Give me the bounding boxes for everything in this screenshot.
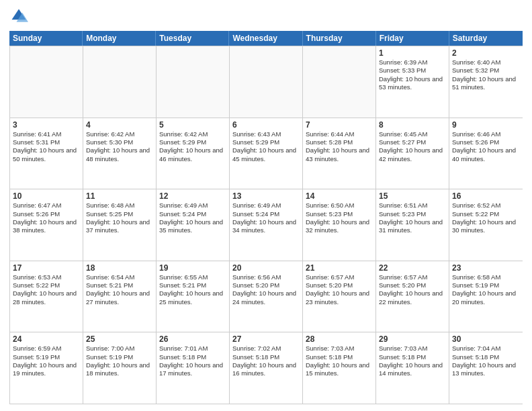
logo xyxy=(9,7,31,26)
day-number: 23 xyxy=(452,263,520,273)
day-number: 3 xyxy=(13,120,80,130)
calendar-cell: 23Sunrise: 6:58 AMSunset: 5:19 PMDayligh… xyxy=(449,261,523,332)
calendar-cell: 2Sunrise: 6:40 AMSunset: 5:32 PMDaylight… xyxy=(449,46,523,118)
calendar-cell: 6Sunrise: 6:43 AMSunset: 5:29 PMDaylight… xyxy=(230,118,303,189)
calendar-week: 3Sunrise: 6:41 AMSunset: 5:31 PMDaylight… xyxy=(10,118,523,189)
calendar-cell: 26Sunrise: 7:01 AMSunset: 5:18 PMDayligh… xyxy=(157,332,230,404)
calendar-cell: 30Sunrise: 7:04 AMSunset: 5:18 PMDayligh… xyxy=(449,332,523,404)
calendar-cell: 22Sunrise: 6:57 AMSunset: 5:20 PMDayligh… xyxy=(376,261,449,332)
calendar-cell: 18Sunrise: 6:54 AMSunset: 5:21 PMDayligh… xyxy=(83,261,157,332)
day-info: Sunrise: 6:39 AMSunset: 5:33 PMDaylight:… xyxy=(379,58,446,91)
day-number: 16 xyxy=(452,191,520,201)
weekday-header: Sunday xyxy=(9,31,83,46)
calendar-week: 1Sunrise: 6:39 AMSunset: 5:33 PMDaylight… xyxy=(10,46,523,118)
day-number: 8 xyxy=(379,120,446,130)
day-number: 20 xyxy=(232,263,300,273)
page-header xyxy=(9,7,523,26)
day-info: Sunrise: 6:49 AMSunset: 5:24 PMDaylight:… xyxy=(159,201,226,234)
day-number: 7 xyxy=(306,120,373,130)
day-info: Sunrise: 6:46 AMSunset: 5:26 PMDaylight:… xyxy=(452,130,520,163)
weekday-header: Thursday xyxy=(303,31,376,46)
calendar-cell: 10Sunrise: 6:47 AMSunset: 5:26 PMDayligh… xyxy=(10,189,83,261)
day-number: 28 xyxy=(306,334,373,344)
calendar-cell: 14Sunrise: 6:50 AMSunset: 5:23 PMDayligh… xyxy=(303,189,376,261)
weekday-header: Monday xyxy=(83,31,156,46)
day-number: 26 xyxy=(159,334,226,344)
day-info: Sunrise: 6:52 AMSunset: 5:22 PMDaylight:… xyxy=(452,201,520,234)
day-number: 14 xyxy=(306,191,373,201)
day-info: Sunrise: 6:42 AMSunset: 5:30 PMDaylight:… xyxy=(86,130,153,163)
day-info: Sunrise: 6:42 AMSunset: 5:29 PMDaylight:… xyxy=(159,130,226,163)
calendar-cell: 1Sunrise: 6:39 AMSunset: 5:33 PMDaylight… xyxy=(376,46,449,118)
day-number: 1 xyxy=(379,48,446,58)
day-number: 13 xyxy=(232,191,300,201)
calendar-week: 10Sunrise: 6:47 AMSunset: 5:26 PMDayligh… xyxy=(10,189,523,261)
weekday-header: Saturday xyxy=(449,31,523,46)
calendar-cell xyxy=(230,46,303,118)
calendar-week: 24Sunrise: 6:59 AMSunset: 5:19 PMDayligh… xyxy=(10,332,523,404)
calendar-cell: 19Sunrise: 6:55 AMSunset: 5:21 PMDayligh… xyxy=(157,261,230,332)
day-info: Sunrise: 6:53 AMSunset: 5:22 PMDaylight:… xyxy=(13,273,80,306)
day-number: 15 xyxy=(379,191,446,201)
day-info: Sunrise: 6:57 AMSunset: 5:20 PMDaylight:… xyxy=(306,273,373,306)
day-info: Sunrise: 6:43 AMSunset: 5:29 PMDaylight:… xyxy=(232,130,300,163)
calendar-cell xyxy=(83,46,157,118)
calendar-week: 17Sunrise: 6:53 AMSunset: 5:22 PMDayligh… xyxy=(10,261,523,332)
day-number: 19 xyxy=(159,263,226,273)
day-number: 10 xyxy=(13,191,80,201)
day-info: Sunrise: 6:58 AMSunset: 5:19 PMDaylight:… xyxy=(452,273,520,306)
day-number: 9 xyxy=(452,120,520,130)
weekday-header: Friday xyxy=(376,31,449,46)
day-info: Sunrise: 6:50 AMSunset: 5:23 PMDaylight:… xyxy=(306,201,373,234)
day-number: 21 xyxy=(306,263,373,273)
calendar-cell: 16Sunrise: 6:52 AMSunset: 5:22 PMDayligh… xyxy=(449,189,523,261)
day-number: 30 xyxy=(452,334,520,344)
calendar: SundayMondayTuesdayWednesdayThursdayFrid… xyxy=(9,31,523,404)
day-info: Sunrise: 7:03 AMSunset: 5:18 PMDaylight:… xyxy=(379,345,446,377)
day-info: Sunrise: 7:01 AMSunset: 5:18 PMDaylight:… xyxy=(159,345,226,377)
calendar-cell: 29Sunrise: 7:03 AMSunset: 5:18 PMDayligh… xyxy=(376,332,449,404)
day-number: 22 xyxy=(379,263,446,273)
day-info: Sunrise: 6:49 AMSunset: 5:24 PMDaylight:… xyxy=(232,201,300,234)
day-number: 24 xyxy=(13,334,80,344)
calendar-cell: 9Sunrise: 6:46 AMSunset: 5:26 PMDaylight… xyxy=(449,118,523,189)
calendar-cell xyxy=(10,46,83,118)
weekday-header: Wednesday xyxy=(229,31,302,46)
calendar-cell: 15Sunrise: 6:51 AMSunset: 5:23 PMDayligh… xyxy=(376,189,449,261)
calendar-cell: 20Sunrise: 6:56 AMSunset: 5:20 PMDayligh… xyxy=(230,261,303,332)
day-info: Sunrise: 6:51 AMSunset: 5:23 PMDaylight:… xyxy=(379,201,446,234)
day-info: Sunrise: 7:00 AMSunset: 5:19 PMDaylight:… xyxy=(86,345,153,377)
calendar-cell: 8Sunrise: 6:45 AMSunset: 5:27 PMDaylight… xyxy=(376,118,449,189)
day-number: 27 xyxy=(232,334,300,344)
calendar-cell: 7Sunrise: 6:44 AMSunset: 5:28 PMDaylight… xyxy=(303,118,376,189)
weekday-header: Tuesday xyxy=(156,31,229,46)
day-info: Sunrise: 7:04 AMSunset: 5:18 PMDaylight:… xyxy=(452,345,520,377)
day-info: Sunrise: 6:45 AMSunset: 5:27 PMDaylight:… xyxy=(379,130,446,163)
calendar-cell: 11Sunrise: 6:48 AMSunset: 5:25 PMDayligh… xyxy=(83,189,157,261)
day-info: Sunrise: 6:56 AMSunset: 5:20 PMDaylight:… xyxy=(232,273,300,306)
day-number: 12 xyxy=(159,191,226,201)
day-info: Sunrise: 6:55 AMSunset: 5:21 PMDaylight:… xyxy=(159,273,226,306)
day-info: Sunrise: 7:02 AMSunset: 5:18 PMDaylight:… xyxy=(232,345,300,377)
calendar-cell: 13Sunrise: 6:49 AMSunset: 5:24 PMDayligh… xyxy=(230,189,303,261)
calendar-cell xyxy=(157,46,230,118)
day-info: Sunrise: 6:44 AMSunset: 5:28 PMDaylight:… xyxy=(306,130,373,163)
calendar-cell: 17Sunrise: 6:53 AMSunset: 5:22 PMDayligh… xyxy=(10,261,83,332)
day-info: Sunrise: 6:47 AMSunset: 5:26 PMDaylight:… xyxy=(13,201,80,234)
day-info: Sunrise: 6:48 AMSunset: 5:25 PMDaylight:… xyxy=(86,201,153,234)
calendar-cell: 12Sunrise: 6:49 AMSunset: 5:24 PMDayligh… xyxy=(157,189,230,261)
calendar-cell: 3Sunrise: 6:41 AMSunset: 5:31 PMDaylight… xyxy=(10,118,83,189)
calendar-cell xyxy=(303,46,376,118)
day-number: 4 xyxy=(86,120,153,130)
calendar-cell: 27Sunrise: 7:02 AMSunset: 5:18 PMDayligh… xyxy=(230,332,303,404)
logo-icon xyxy=(9,7,28,26)
day-info: Sunrise: 6:40 AMSunset: 5:32 PMDaylight:… xyxy=(452,58,520,91)
calendar-cell: 28Sunrise: 7:03 AMSunset: 5:18 PMDayligh… xyxy=(303,332,376,404)
day-info: Sunrise: 6:54 AMSunset: 5:21 PMDaylight:… xyxy=(86,273,153,306)
calendar-body: 1Sunrise: 6:39 AMSunset: 5:33 PMDaylight… xyxy=(9,46,523,404)
calendar-cell: 24Sunrise: 6:59 AMSunset: 5:19 PMDayligh… xyxy=(10,332,83,404)
day-info: Sunrise: 6:41 AMSunset: 5:31 PMDaylight:… xyxy=(13,130,80,163)
day-number: 11 xyxy=(86,191,153,201)
day-info: Sunrise: 7:03 AMSunset: 5:18 PMDaylight:… xyxy=(306,345,373,377)
day-number: 25 xyxy=(86,334,153,344)
